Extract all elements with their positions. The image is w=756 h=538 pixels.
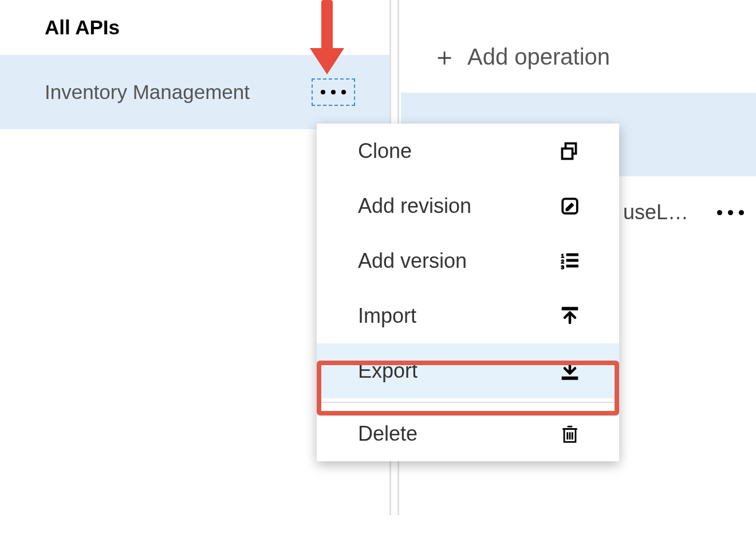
ctx-menu-export[interactable]: Export [317,343,619,398]
numbered-list-icon: 1 2 3 [557,248,582,274]
ctx-menu-item-label: Add version [358,249,467,273]
clone-icon [557,139,582,164]
ctx-menu-item-label: Export [358,359,418,383]
operations-panel: ＋ Add operation [401,0,756,97]
svg-rect-7 [566,259,578,262]
import-icon [557,303,582,329]
api-item-more-button[interactable] [312,78,355,106]
ctx-menu-add-version[interactable]: Add version 1 2 3 [317,234,619,288]
svg-rect-6 [566,254,578,256]
edit-icon [557,193,582,219]
svg-rect-1 [562,149,573,159]
svg-rect-8 [566,265,578,267]
operation-row[interactable]: useL… [623,200,744,224]
api-item-label: Inventory Management [45,81,250,104]
ctx-menu-item-label: Delete [358,422,418,446]
ctx-menu-item-label: Add revision [358,194,471,218]
svg-rect-10 [562,377,578,380]
api-context-menu: Clone Add revision Add version 1 [317,124,619,461]
more-icon [321,90,346,94]
ctx-menu-clone[interactable]: Clone [317,124,619,179]
ctx-menu-add-revision[interactable]: Add revision [317,179,619,234]
svg-rect-9 [562,307,578,310]
ctx-menu-import[interactable]: Import [317,288,619,343]
operation-more-button[interactable] [717,210,744,215]
plus-icon: ＋ [432,40,457,74]
all-apis-header[interactable]: All APIs [0,0,389,55]
api-sidebar: All APIs Inventory Management [0,0,389,129]
api-list-item-inventory[interactable]: Inventory Management [0,55,389,129]
ctx-menu-separator [317,402,619,403]
add-operation-label: Add operation [467,44,610,70]
svg-text:3: 3 [561,264,564,270]
ctx-menu-delete[interactable]: Delete [317,406,619,461]
ctx-menu-item-label: Import [358,304,416,328]
add-operation-button[interactable]: ＋ Add operation [401,0,756,97]
ctx-menu-item-label: Clone [358,139,412,163]
delete-icon [557,421,582,446]
export-icon [557,358,582,383]
operation-row-label: useL… [623,200,688,224]
more-icon [717,210,744,215]
